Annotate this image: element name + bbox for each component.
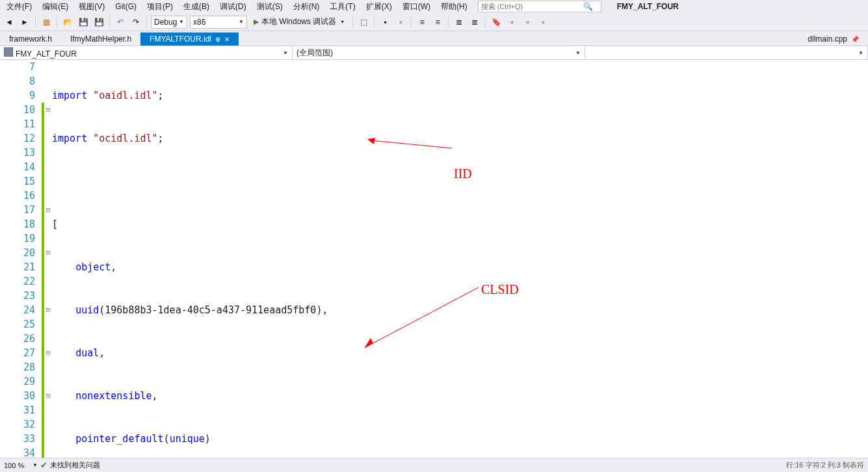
code-content[interactable]: import "oaidl.idl"; import "ocidl.idl"; …	[52, 60, 868, 459]
solution-name: FMY_ALT_FOUR	[617, 2, 679, 11]
menu-analyze[interactable]: 分析(N)	[289, 0, 324, 14]
redo-button[interactable]: ↷	[129, 16, 142, 29]
separator	[35, 16, 36, 28]
close-icon[interactable]: ✕	[224, 36, 230, 43]
tool-btn-6[interactable]: ≣	[453, 16, 466, 29]
quick-search[interactable]: 🔍	[478, 1, 601, 12]
separator	[352, 16, 353, 28]
tool-btn-1[interactable]: ⬚	[357, 16, 370, 29]
status-bar: 100 % ▼ ✔ 未找到相关问题 行:16 字符:2 列:3 制表符	[0, 458, 868, 472]
menu-tools[interactable]: 工具(T)	[326, 0, 359, 14]
main-toolbar: ◄ ► ▦ 📂 💾 💾 ↶ ↷ Debug▼ x86▼ ▶本地 Windows …	[0, 13, 868, 31]
tool-btn-9[interactable]: ▫	[521, 16, 534, 29]
project-icon	[4, 47, 13, 57]
chevron-down-icon: ▼	[858, 50, 863, 56]
separator	[374, 16, 375, 28]
save-button[interactable]: 💾	[77, 16, 90, 29]
bookmark-button[interactable]: 🔖	[490, 16, 503, 29]
tab-dllmain-cpp[interactable]: dllmain.cpp📌	[798, 33, 868, 46]
type-dropdown[interactable]: (全局范围)▼	[293, 46, 585, 59]
search-icon[interactable]: 🔍	[583, 2, 594, 11]
menu-debug[interactable]: 调试(D)	[216, 0, 250, 14]
separator	[448, 16, 449, 28]
tool-btn-7[interactable]: ≣	[468, 16, 481, 29]
navigation-bar: FMY_ALT_FOUR▼ (全局范围)▼ ▼	[0, 46, 868, 60]
tool-btn-2[interactable]: ▪	[378, 16, 391, 29]
cursor-position: 行:16 字符:2 列:3 制表符	[786, 460, 864, 470]
menu-git[interactable]: Git(G)	[111, 1, 140, 12]
tool-btn-3[interactable]: ▫	[394, 16, 407, 29]
menu-test[interactable]: 测试(S)	[253, 0, 287, 14]
file-tab-bar: framework.h IfmyMathHelper.h FMYALTFOUR.…	[0, 31, 868, 46]
chevron-down-icon: ▼	[340, 20, 345, 24]
save-all-button[interactable]: 💾	[92, 16, 105, 29]
open-file-button[interactable]: 📂	[61, 16, 74, 29]
separator	[109, 16, 110, 28]
menu-edit[interactable]: 编辑(E)	[38, 0, 72, 14]
separator	[411, 16, 412, 28]
chevron-down-icon: ▼	[179, 19, 184, 25]
tool-btn-5[interactable]: ≡	[431, 16, 444, 29]
platform-dropdown[interactable]: x86▼	[190, 16, 247, 29]
menu-view[interactable]: 视图(V)	[75, 0, 109, 14]
forward-button[interactable]: ►	[18, 16, 31, 29]
issues-label[interactable]: 未找到相关问题	[50, 460, 100, 470]
run-label: 本地 Windows 调试器	[261, 16, 336, 27]
tool-btn-8[interactable]: ▫	[505, 16, 518, 29]
platform-label: x86	[193, 18, 205, 27]
menu-extend[interactable]: 扩展(X)	[362, 0, 396, 14]
scope-dropdown[interactable]: FMY_ALT_FOUR▼	[0, 46, 293, 59]
search-input[interactable]	[479, 3, 583, 10]
menu-project[interactable]: 项目(P)	[143, 0, 177, 14]
member-dropdown[interactable]: ▼	[585, 46, 868, 59]
config-label: Debug	[154, 18, 177, 27]
line-number-gutter: 7891011121314151617181920212223242526272…	[0, 60, 42, 459]
separator	[485, 16, 486, 28]
separator	[57, 16, 57, 28]
start-debug-button[interactable]: ▶本地 Windows 调试器▼	[250, 16, 349, 29]
chevron-down-icon: ▼	[239, 19, 244, 25]
tab-ifmymathhelper-h[interactable]: IfmyMathHelper.h	[61, 33, 140, 46]
back-button[interactable]: ◄	[3, 16, 16, 29]
separator	[146, 16, 147, 28]
fold-column[interactable]: ⊟⊟⊟⊟⊟⊟	[44, 60, 52, 459]
tool-btn-10[interactable]: ▫	[536, 16, 549, 29]
new-project-button[interactable]: ▦	[40, 16, 53, 29]
menu-window[interactable]: 窗口(W)	[399, 0, 434, 14]
play-icon: ▶	[254, 18, 259, 26]
chevron-down-icon: ▼	[575, 50, 581, 56]
menu-build[interactable]: 生成(B)	[179, 0, 213, 14]
ok-icon: ✔	[40, 460, 47, 470]
chevron-down-icon[interactable]: ▼	[33, 462, 38, 468]
tab-fmyaltfour-idl[interactable]: FMYALTFOUR.idl⊕✕	[140, 33, 239, 46]
tab-framework-h[interactable]: framework.h	[0, 33, 61, 46]
tool-btn-4[interactable]: ≡	[415, 16, 428, 29]
undo-button[interactable]: ↶	[114, 16, 127, 29]
code-editor[interactable]: 7891011121314151617181920212223242526272…	[0, 60, 868, 459]
chevron-down-icon: ▼	[283, 50, 288, 56]
config-dropdown[interactable]: Debug▼	[151, 16, 187, 29]
pin-icon[interactable]: 📌	[851, 36, 859, 43]
menu-help[interactable]: 帮助(H)	[437, 0, 471, 14]
pin-icon[interactable]: ⊕	[215, 36, 220, 43]
zoom-level[interactable]: 100 %	[4, 462, 33, 469]
menu-bar: 文件(F) 编辑(E) 视图(V) Git(G) 项目(P) 生成(B) 调试(…	[0, 0, 868, 13]
menu-file[interactable]: 文件(F)	[3, 0, 36, 14]
